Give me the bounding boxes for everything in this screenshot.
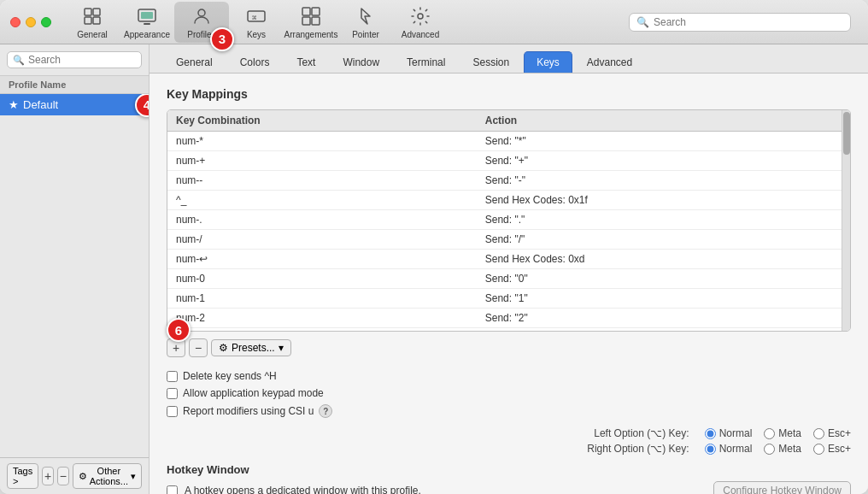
toolbar-item-keys[interactable]: ⌘ Keys [229,2,284,43]
right-option-radio-group: Normal Meta Esc+ [705,443,851,455]
action-bar: + − ⚙ Presets... ▾ 6 [167,332,851,364]
toolbar-item-profiles[interactable]: Profiles 3 [174,2,229,43]
left-option-esc[interactable]: Esc+ [813,427,851,439]
toolbar-label-keys: Keys [247,30,266,39]
table-row[interactable]: num-↩ Send Hex Codes: 0xd [167,250,850,269]
remove-profile-button[interactable]: − [57,467,69,485]
toolbar-label-arrangements: Arrangements [284,30,338,39]
table-row[interactable]: num-. Send: "." [167,210,850,230]
minimize-button[interactable] [26,17,36,27]
annotation-6: 6 [167,318,191,342]
options-area: Delete key sends ^H Allow application ke… [167,364,851,424]
main-content: 🔍 Profile Name ★ Default 4 Tags > + − [0,44,868,494]
tab-keys[interactable]: Keys [524,51,572,73]
key-cell: num-* [167,132,477,151]
tab-colors[interactable]: Colors [227,51,283,73]
action-cell: Send: "." [477,210,850,230]
search-icon: 🔍 [636,16,649,28]
right-option-esc[interactable]: Esc+ [813,443,851,455]
allow-keypad-label: Allow application keypad mode [183,387,324,399]
left-normal-label: Normal [719,427,753,439]
sidebar-search-area: 🔍 [0,44,149,75]
left-meta-label: Meta [778,427,801,439]
advanced-icon [408,4,432,28]
right-option-meta[interactable]: Meta [764,443,801,455]
key-table-container: Key Combination Action num-* Send: "*" n… [167,109,851,332]
toolbar-item-general[interactable]: General [65,2,120,43]
svg-point-7 [198,9,205,16]
presets-button[interactable]: ⚙ Presets... ▾ [211,339,291,356]
key-cell: num-. [167,210,477,230]
toolbar-item-arrangements[interactable]: Arrangements [284,2,338,43]
add-profile-button[interactable]: + [42,467,54,485]
table-row[interactable]: num-- Send: "-" [167,171,850,191]
tab-session[interactable]: Session [460,51,522,73]
annotation-3: 3 [210,27,234,51]
right-normal-label: Normal [719,443,753,455]
option-delete-key: Delete key sends ^H [167,368,851,385]
key-cell: num-/ [167,230,477,250]
table-row[interactable]: num-+ Send: "+" [167,151,850,171]
remove-mapping-button[interactable]: − [189,338,208,357]
toolbar-item-advanced[interactable]: Advanced [393,2,448,43]
tab-terminal[interactable]: Terminal [394,51,458,73]
other-actions-label: Other Actions... [90,466,128,486]
key-cell: num-1 [167,289,477,309]
table-row[interactable]: num-/ Send: "/" [167,230,850,250]
tab-text[interactable]: Text [284,51,328,73]
delete-key-checkbox[interactable] [167,371,178,382]
content-area: Key Mappings Key Combination Action num-… [150,74,868,494]
keys-icon: ⌘ [244,4,268,28]
hotkey-checkbox[interactable] [167,485,178,495]
sidebar-item-default[interactable]: ★ Default 4 [0,94,149,115]
tags-button[interactable]: Tags > [7,463,38,489]
table-row[interactable]: ^_ Send Hex Codes: 0x1f [167,191,850,210]
right-panel: General Colors Text Window Terminal Sess… [150,44,868,494]
toolbar-item-appearance[interactable]: Appearance [120,2,174,43]
action-cell: Send: "2" [477,309,850,328]
tab-window[interactable]: Window [330,51,392,73]
sidebar-search-icon: 🔍 [13,55,25,66]
toolbar-label-advanced: Advanced [402,30,439,39]
sidebar-header: Profile Name [0,75,149,94]
table-row[interactable]: num-2 Send: "2" [167,309,850,328]
tab-general[interactable]: General [163,51,226,73]
presets-label: Presets... [232,342,275,354]
chevron-down-icon-footer: ▾ [131,471,136,482]
col-action-header: Action [477,110,850,132]
report-modifiers-checkbox[interactable] [167,406,178,417]
profiles-icon [190,4,214,28]
preferences-window: General Appearance Profiles 3 [0,0,868,494]
sidebar-footer: Tags > + − ⚙ Other Actions... ▾ [0,457,149,494]
right-option-label: Right Option (⌥) Key: [536,443,689,455]
general-icon [80,4,104,28]
help-button[interactable]: ? [319,404,332,418]
default-label: Default [23,98,58,111]
pointer-icon [354,4,378,28]
table-row[interactable]: num-0 Send: "0" [167,269,850,289]
action-cell: Send Hex Codes: 0xd [477,250,850,269]
default-star: ★ [9,98,19,111]
tab-advanced[interactable]: Advanced [574,51,645,73]
other-actions-button[interactable]: ⚙ Other Actions... ▾ [73,463,142,489]
svg-rect-12 [302,17,310,25]
svg-rect-0 [85,9,91,15]
delete-key-label: Delete key sends ^H [183,370,277,382]
scroll-thumb[interactable] [843,112,850,155]
configure-hotkey-button[interactable]: Configure Hotkey Window [713,481,851,494]
toolbar-item-pointer[interactable]: Pointer [338,2,393,43]
left-option-normal[interactable]: Normal [705,427,753,439]
maximize-button[interactable] [41,17,51,27]
allow-keypad-checkbox[interactable] [167,388,178,399]
search-input[interactable] [654,16,843,28]
sidebar-search-input[interactable] [28,54,136,66]
option-report-modifiers: Report modifiers using CSI u ? [167,402,851,420]
right-option-normal[interactable]: Normal [705,443,753,455]
close-button[interactable] [10,17,21,27]
scrollbar[interactable] [842,110,850,331]
search-bar[interactable]: 🔍 [629,13,851,32]
action-cell: Send: "+" [477,151,850,171]
left-option-meta[interactable]: Meta [764,427,801,439]
table-row[interactable]: num-1 Send: "1" [167,289,850,309]
table-row[interactable]: num-* Send: "*" [167,132,850,151]
